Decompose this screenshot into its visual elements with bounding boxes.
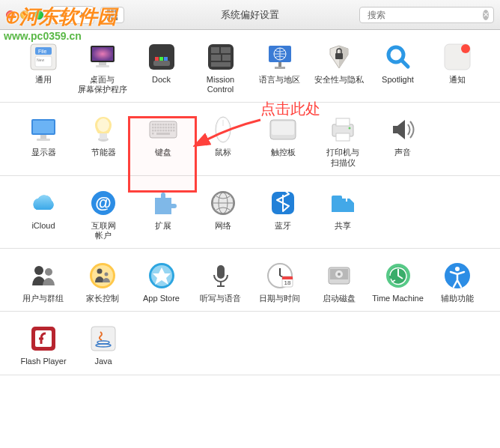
- pref-notifications[interactable]: 通知: [427, 40, 487, 94]
- minimize-button[interactable]: [20, 10, 29, 19]
- svg-rect-36: [100, 133, 107, 139]
- pref-appstore[interactable]: App Store: [132, 259, 191, 303]
- svg-rect-17: [211, 47, 219, 53]
- svg-rect-53: [165, 127, 168, 129]
- svg-rect-52: [162, 127, 165, 129]
- svg-rect-25: [275, 67, 285, 69]
- pref-label: 辅助功能: [427, 294, 487, 303]
- svg-rect-58: [155, 130, 157, 132]
- extensions-icon: [133, 187, 193, 220]
- forward-button[interactable]: ▶: [73, 7, 94, 23]
- pref-general[interactable]: FileNew通用: [13, 40, 73, 94]
- svg-point-76: [349, 127, 351, 130]
- svg-rect-41: [157, 124, 159, 126]
- svg-rect-54: [168, 127, 170, 129]
- displays-icon: [13, 113, 73, 146]
- svg-rect-44: [165, 124, 168, 126]
- pref-accessibility[interactable]: 辅助功能: [427, 259, 487, 303]
- pref-users[interactable]: 用户与群组: [13, 259, 73, 303]
- pref-icloud[interactable]: iCloud: [13, 187, 73, 240]
- svg-rect-45: [168, 124, 170, 126]
- pref-label: 扩展: [133, 221, 193, 231]
- sharing-icon: [313, 187, 373, 220]
- pref-bluetooth[interactable]: 蓝牙: [253, 187, 313, 240]
- svg-rect-49: [155, 127, 157, 129]
- svg-point-30: [461, 44, 470, 53]
- svg-rect-59: [157, 130, 159, 132]
- svg-rect-72: [272, 121, 294, 135]
- java-icon: [73, 322, 133, 355]
- pref-parental[interactable]: 家长控制: [73, 259, 132, 303]
- pref-label: 语言与地区: [250, 75, 309, 85]
- desktop-icon: [73, 40, 132, 73]
- nav-buttons: ◀ ▶: [51, 6, 94, 24]
- pref-trackpad[interactable]: 触控板: [253, 113, 313, 167]
- svg-rect-74: [336, 118, 350, 126]
- svg-rect-18: [221, 47, 231, 53]
- pref-sound[interactable]: 声音: [373, 113, 433, 167]
- flash-icon: [13, 322, 73, 355]
- notifications-icon: [427, 40, 487, 73]
- svg-rect-9: [99, 62, 106, 65]
- pref-printers[interactable]: 打印机与扫描仪: [313, 113, 373, 167]
- dictation-icon: [191, 259, 250, 292]
- datetime-icon: 18: [250, 259, 309, 292]
- clear-search-button[interactable]: ✕: [483, 10, 489, 20]
- back-button[interactable]: ◀: [52, 7, 73, 23]
- pref-extensions[interactable]: 扩展: [133, 187, 193, 240]
- pref-label: 启动磁盘: [309, 294, 368, 303]
- search-field[interactable]: ✕: [359, 7, 494, 23]
- pref-displays[interactable]: 显示器: [13, 113, 73, 167]
- pref-label: 触控板: [253, 148, 313, 157]
- pref-label: 显示器: [13, 148, 73, 157]
- pref-label: 蓝牙: [253, 221, 313, 231]
- window-title: 系统偏好设置: [221, 8, 279, 22]
- svg-point-87: [92, 265, 113, 286]
- pref-language[interactable]: 语言与地区: [250, 40, 309, 94]
- svg-rect-64: [171, 130, 173, 132]
- svg-rect-67: [156, 133, 170, 135]
- svg-rect-33: [40, 135, 46, 139]
- pref-label: 日期与时间: [250, 294, 309, 303]
- svg-rect-65: [173, 130, 175, 132]
- pref-internet[interactable]: @互联网帐户: [73, 187, 133, 240]
- energy-icon: [73, 113, 133, 146]
- show-all-button[interactable]: [100, 7, 124, 23]
- svg-rect-14: [159, 57, 163, 61]
- search-input[interactable]: [368, 10, 480, 20]
- pref-security[interactable]: 安全性与隐私: [309, 40, 368, 94]
- pref-java[interactable]: Java: [73, 322, 133, 366]
- svg-rect-57: [152, 130, 154, 132]
- pref-section: 显示器节能器键盘鼠标触控板打印机与扫描仪声音: [0, 103, 500, 175]
- svg-rect-56: [173, 127, 175, 129]
- pref-spotlight[interactable]: Spotlight: [368, 40, 427, 94]
- pref-desktop[interactable]: 桌面与屏幕保护程序: [73, 40, 132, 94]
- svg-rect-26: [335, 53, 343, 59]
- svg-rect-32: [33, 121, 54, 133]
- svg-rect-19: [211, 55, 221, 61]
- pref-datetime[interactable]: 18日期与时间: [250, 259, 309, 303]
- svg-point-89: [104, 273, 108, 276]
- svg-point-102: [338, 273, 341, 276]
- svg-rect-92: [217, 265, 225, 279]
- zoom-button[interactable]: [34, 10, 43, 19]
- pref-sharing[interactable]: 共享: [313, 187, 373, 240]
- pref-mission[interactable]: MissionControl: [191, 40, 250, 94]
- pref-label: App Store: [132, 294, 191, 303]
- pref-timemachine[interactable]: Time Machine: [368, 259, 427, 303]
- svg-rect-8: [92, 47, 113, 61]
- svg-rect-47: [173, 124, 175, 126]
- pref-dictation[interactable]: 听写与语音: [191, 259, 250, 303]
- pref-dock[interactable]: Dock: [132, 40, 191, 94]
- pref-network[interactable]: 网络: [193, 187, 253, 240]
- general-icon: FileNew: [13, 40, 73, 73]
- pref-section: 用户与群组家长控制App Store听写与语音18日期与时间启动磁盘Time M…: [0, 249, 500, 312]
- pref-flash[interactable]: Flash Player: [13, 322, 73, 366]
- close-button[interactable]: [6, 10, 15, 19]
- startup-icon: [309, 259, 368, 292]
- spotlight-icon: [368, 40, 427, 73]
- pref-keyboard[interactable]: 键盘: [133, 113, 193, 167]
- pref-mouse[interactable]: 鼠标: [193, 113, 253, 167]
- pref-energy[interactable]: 节能器: [73, 113, 133, 167]
- pref-startup[interactable]: 启动磁盘: [309, 259, 368, 303]
